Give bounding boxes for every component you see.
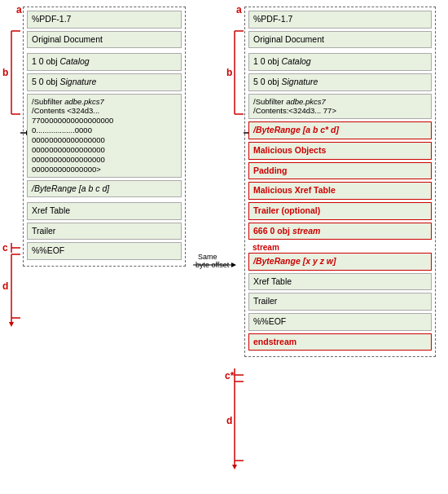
right-obj-sig: 5 0 obj Signature: [248, 73, 432, 91]
right-pdf-header: %PDF-1.7: [248, 11, 432, 29]
right-endstream: endstream: [248, 333, 432, 351]
svg-marker-7: [9, 322, 14, 327]
left-d-label: d: [2, 280, 8, 292]
right-padding: Padding: [248, 162, 432, 180]
svg-text:byte offset: byte offset: [195, 261, 230, 269]
left-byterange: /ByteRange [a b c d]: [27, 180, 182, 198]
left-trailer: Trailer: [27, 223, 182, 240]
left-eof: %%EOF: [27, 242, 182, 260]
right-xref: Xref Table: [248, 273, 432, 291]
right-d-label: d: [226, 415, 232, 426]
right-orig-doc: Original Document: [248, 31, 432, 49]
stream-label: stream: [248, 242, 432, 253]
left-obj-catalog: 1 0 obj Catalog: [27, 53, 182, 71]
right-byterange-xyz: /ByteRange [x y z w]: [248, 253, 432, 271]
right-b-label: b: [226, 67, 232, 78]
right-eof: %%EOF: [248, 313, 432, 331]
left-document: %PDF-1.7 Original Document 1 0 obj Catal…: [23, 7, 186, 267]
right-obj-catalog: 1 0 obj Catalog: [248, 53, 432, 71]
right-document: %PDF-1.7 Original Document 1 0 obj Catal…: [244, 7, 436, 357]
right-cstar-label: c*: [225, 370, 235, 382]
left-orig-doc: Original Document: [27, 31, 182, 49]
same-byte-label: Same: [198, 253, 217, 261]
left-a-label: a: [16, 4, 22, 15]
right-malicious-xref: Malicious Xref Table: [248, 182, 432, 200]
left-xref: Xref Table: [27, 202, 182, 220]
right-trailer: Trailer: [248, 293, 432, 311]
right-malicious-obj: Malicious Objects: [248, 142, 432, 160]
right-a-label: a: [236, 4, 242, 15]
left-obj-sig: 5 0 obj Signature: [27, 73, 182, 91]
right-byterange: /ByteRange [a b c* d]: [248, 121, 432, 139]
right-stream-obj: 666 0 obj stream: [248, 223, 432, 240]
left-c-label: c: [2, 242, 8, 254]
left-sig-content: /Subfilter adbe.pkcs7 /Contents <324d3..…: [27, 94, 182, 178]
svg-marker-17: [232, 465, 237, 470]
right-trailer-optional: Trailer (optional): [248, 202, 432, 220]
svg-marker-9: [231, 262, 236, 267]
right-sig-content: /Subfilter adbe.pkcs7 /Contents:<324d3..…: [248, 94, 432, 120]
left-b-label: b: [2, 67, 8, 78]
left-pdf-header: %PDF-1.7: [27, 11, 182, 29]
